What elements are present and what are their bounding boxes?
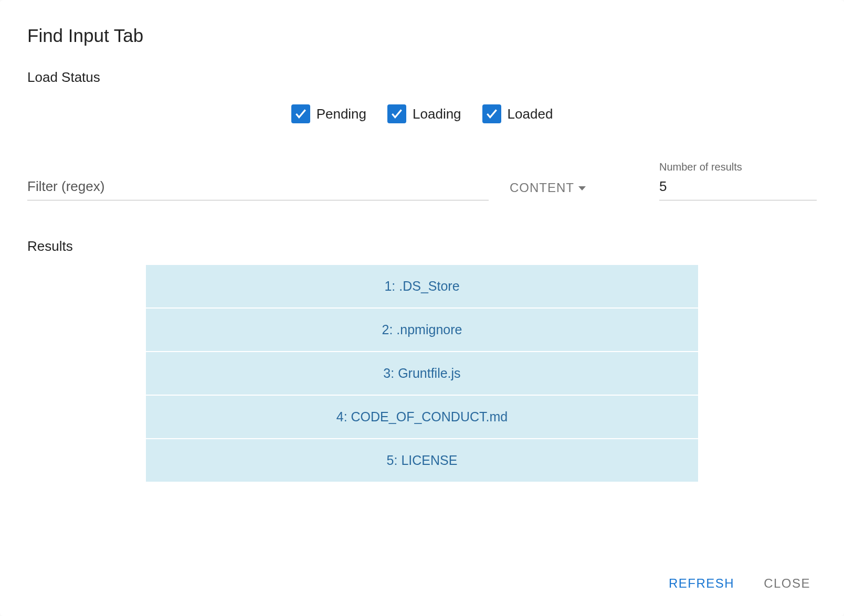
- result-item[interactable]: 3: Gruntfile.js: [146, 352, 699, 396]
- filter-row: CONTENT Number of results: [27, 161, 817, 200]
- results-list: 1: .DS_Store 2: .npmignore 3: Gruntfile.…: [146, 265, 699, 482]
- loading-label: Loading: [413, 106, 461, 122]
- result-item[interactable]: 1: .DS_Store: [146, 265, 699, 309]
- results-label: Results: [27, 238, 817, 254]
- checkmark-icon: [291, 104, 310, 123]
- loaded-checkbox[interactable]: Loaded: [482, 104, 553, 123]
- close-button[interactable]: CLOSE: [762, 572, 813, 595]
- checkmark-icon: [482, 104, 501, 123]
- content-dropdown[interactable]: CONTENT: [510, 180, 586, 200]
- load-status-label: Load Status: [27, 69, 817, 86]
- load-status-checkboxes: Pending Loading Loaded: [27, 104, 817, 123]
- filter-input[interactable]: [27, 174, 489, 200]
- dialog-actions: REFRESH CLOSE: [27, 572, 817, 595]
- refresh-button[interactable]: REFRESH: [667, 572, 736, 595]
- find-input-dialog: Find Input Tab Load Status Pending Loadi…: [0, 0, 844, 616]
- checkmark-icon: [387, 104, 406, 123]
- loading-checkbox[interactable]: Loading: [387, 104, 461, 123]
- num-results-field: Number of results: [659, 161, 817, 200]
- dialog-title: Find Input Tab: [27, 25, 817, 46]
- pending-label: Pending: [316, 106, 366, 122]
- content-dropdown-label: CONTENT: [510, 180, 574, 195]
- num-results-label: Number of results: [659, 161, 817, 173]
- num-results-input[interactable]: [659, 176, 817, 200]
- loaded-label: Loaded: [508, 106, 553, 122]
- result-item[interactable]: 2: .npmignore: [146, 309, 699, 352]
- chevron-down-icon: [578, 186, 586, 190]
- pending-checkbox[interactable]: Pending: [291, 104, 366, 123]
- result-item[interactable]: 5: LICENSE: [146, 439, 699, 482]
- filter-input-wrap: [27, 174, 489, 200]
- result-item[interactable]: 4: CODE_OF_CONDUCT.md: [146, 396, 699, 439]
